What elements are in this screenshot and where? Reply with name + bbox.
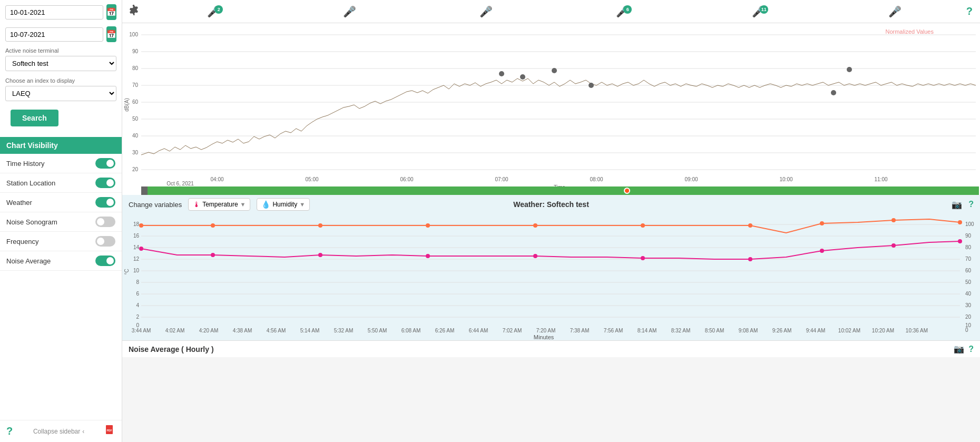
mic-item-6[interactable]: 🎤 [827, 5, 963, 18]
noise-average-label: Noise Average ( Hourly ) [129, 345, 214, 353]
noise-average-toggle[interactable] [95, 256, 115, 266]
toggle-noise-sonogram-label: Noise Sonogram [6, 218, 57, 226]
date-end-input[interactable] [5, 27, 103, 42]
hum-dot-6 [641, 256, 645, 260]
station-location-toggle[interactable] [95, 178, 115, 188]
active-terminal-select[interactable]: Softech test [5, 56, 116, 71]
spike-dot-2 [520, 74, 525, 80]
change-variables-label: Change variables [129, 201, 182, 209]
svg-text:7:38 AM: 7:38 AM [570, 328, 590, 333]
svg-text:4:20 AM: 4:20 AM [199, 328, 219, 333]
svg-text:30: 30 [132, 150, 139, 155]
svg-text:14: 14 [133, 244, 140, 250]
svg-text:10:20 AM: 10:20 AM [872, 328, 894, 333]
mic-badge-4: 6 [623, 5, 632, 14]
mic-item-2[interactable]: 🎤 [282, 5, 418, 18]
svg-text:90: 90 [132, 48, 139, 54]
svg-text:4: 4 [136, 302, 139, 308]
charts-scroll-area[interactable]: 100 90 80 70 60 50 40 30 20 dB(A) [122, 23, 980, 442]
weather-toggle[interactable] [95, 197, 115, 208]
temperature-line [141, 219, 960, 233]
noise-avg-camera-button[interactable]: 📷 [954, 344, 964, 354]
mic-item-4[interactable]: 6 🎤 [554, 5, 691, 18]
mic-item-5[interactable]: 11 🎤 [691, 5, 827, 18]
svg-text:4:56 AM: 4:56 AM [267, 328, 286, 333]
sidebar-bottom: ? Collapse sidebar ‹ PDF [0, 420, 122, 442]
svg-text:5:50 AM: 5:50 AM [368, 328, 387, 333]
svg-text:4:38 AM: 4:38 AM [233, 328, 252, 333]
toggle-frequency-label: Frequency [6, 238, 38, 245]
svg-text:06:00: 06:00 [400, 176, 413, 182]
noise-waveform [141, 78, 976, 155]
svg-text:18: 18 [133, 221, 140, 227]
svg-text:12: 12 [133, 256, 140, 262]
svg-text:20: 20 [132, 166, 139, 172]
hum-dot-3 [318, 253, 322, 257]
svg-text:10: 10 [133, 268, 140, 273]
spike-dot-1 [499, 71, 504, 76]
sidebar: 📅 📅 Active noise terminal Softech test C… [0, 0, 122, 442]
svg-text:Minutes: Minutes [534, 334, 554, 340]
microphone-icon-3: 🎤 [479, 5, 493, 18]
svg-text:08:00: 08:00 [590, 176, 603, 182]
date-start-input[interactable] [5, 5, 103, 19]
svg-text:11:00: 11:00 [874, 176, 887, 182]
noise-avg-help-button[interactable]: ? [968, 345, 974, 354]
svg-text:8:14 AM: 8:14 AM [638, 328, 657, 333]
svg-text:80: 80 [132, 65, 139, 71]
collapse-sidebar-button[interactable]: Collapse sidebar ‹ [33, 428, 84, 435]
weather-help-button[interactable]: ? [968, 200, 974, 209]
humidity-dropdown[interactable]: 💧 Humidity ▼ [257, 198, 310, 211]
toggle-station-location: Station Location [0, 173, 122, 193]
date-start-calendar-button[interactable]: 📅 [106, 4, 116, 20]
svg-text:60: 60 [132, 99, 139, 105]
svg-text:40: 40 [965, 291, 972, 297]
droplet-icon: 💧 [261, 200, 270, 209]
index-select[interactable]: LAEQ [5, 86, 116, 101]
thermometer-icon: 🌡 [193, 200, 200, 209]
weather-chart-section: Change variables 🌡 Temperature ▼ 💧 Humid… [122, 195, 980, 340]
noise-chart-svg: 100 90 80 70 60 50 40 30 20 dB(A) [122, 23, 980, 186]
temp-dot-5 [533, 223, 537, 228]
humidity-line [141, 241, 960, 259]
svg-text:PDF: PDF [106, 429, 112, 432]
mic-item-1[interactable]: 2 🎤 [145, 5, 282, 18]
noise-average-bar: Noise Average ( Hourly ) 📷 ? [122, 340, 980, 357]
scrubber-thumb[interactable] [624, 188, 630, 194]
settings-button[interactable] [126, 5, 145, 18]
temp-dot-10 [958, 220, 962, 224]
svg-text:7:56 AM: 7:56 AM [604, 328, 623, 333]
svg-text:6:26 AM: 6:26 AM [435, 328, 455, 333]
date-end-calendar-button[interactable]: 📅 [106, 26, 116, 42]
toggle-weather-label: Weather [6, 199, 32, 207]
svg-text:10:02 AM: 10:02 AM [838, 328, 860, 333]
date-end-row: 📅 [0, 22, 122, 44]
svg-text:0: 0 [965, 327, 968, 333]
scrubber-left-block [141, 186, 148, 195]
x-axis: 04:00 05:00 06:00 07:00 08:00 09:00 10:0… [166, 176, 888, 186]
svg-text:6: 6 [136, 291, 139, 297]
frequency-toggle[interactable] [95, 236, 115, 247]
top-help-button[interactable]: ? [963, 5, 976, 17]
svg-text:50: 50 [132, 116, 139, 122]
mic-item-3[interactable]: 🎤 [418, 5, 554, 18]
time-history-toggle[interactable] [95, 158, 115, 169]
search-button[interactable]: Search [11, 110, 58, 126]
toggle-noise-average-label: Noise Average [6, 257, 51, 265]
svg-text:°C: °C [124, 269, 130, 274]
svg-text:60: 60 [965, 268, 972, 273]
svg-text:07:00: 07:00 [495, 176, 508, 182]
noise-chart-section: 100 90 80 70 60 50 40 30 20 dB(A) [122, 23, 980, 195]
pdf-export-button[interactable]: PDF [105, 425, 115, 438]
svg-text:90: 90 [965, 233, 972, 239]
svg-text:8: 8 [136, 279, 139, 285]
weather-camera-button[interactable]: 📷 [952, 200, 962, 210]
temperature-dropdown[interactable]: 🌡 Temperature ▼ [188, 198, 250, 211]
svg-text:04:00: 04:00 [210, 176, 223, 182]
help-button[interactable]: ? [6, 425, 13, 437]
svg-text:3:44 AM: 3:44 AM [132, 328, 151, 333]
timeline-scrubber[interactable] [141, 186, 979, 195]
svg-text:7:02 AM: 7:02 AM [503, 328, 522, 333]
temp-dot-8 [820, 221, 824, 225]
noise-sonogram-toggle[interactable] [95, 217, 115, 227]
